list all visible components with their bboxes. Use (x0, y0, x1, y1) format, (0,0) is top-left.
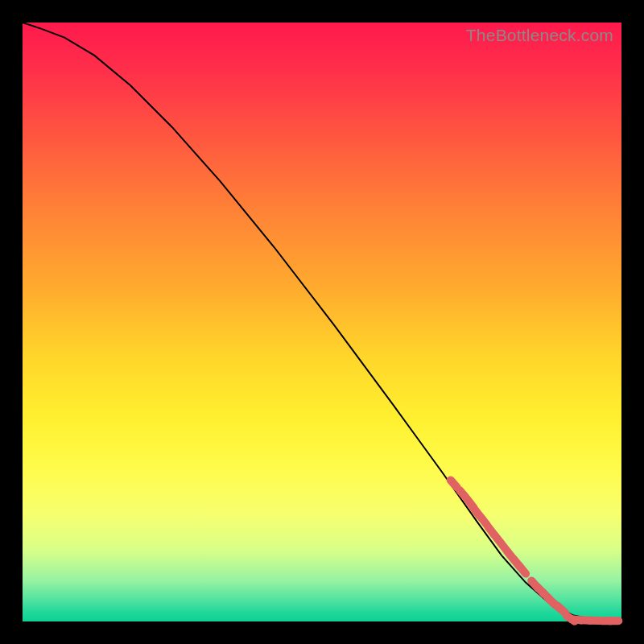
bottleneck-curve (23, 23, 621, 621)
plot-area: TheBottleneck.com (23, 23, 621, 621)
highlight-dash (519, 566, 526, 573)
chart-svg (23, 23, 621, 621)
highlight-dash (558, 606, 565, 613)
highlight-dash (460, 490, 466, 497)
chart-stage: TheBottleneck.com (0, 0, 644, 644)
highlight-dashes (451, 480, 619, 621)
highlight-dash (451, 480, 457, 487)
